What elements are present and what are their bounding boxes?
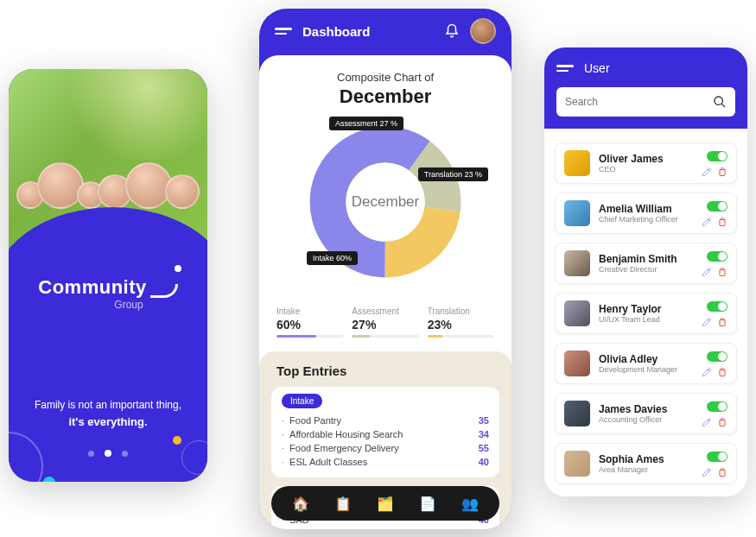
- legend-item: Translation 23%: [428, 306, 494, 338]
- chart-chip-intake: Intake 60%: [307, 251, 358, 265]
- legend-label: Intake: [276, 306, 343, 316]
- active-toggle[interactable]: [707, 201, 727, 212]
- donut-chart: December Assessment 27 % Translation 23 …: [303, 120, 467, 284]
- user-card[interactable]: Henry Taylor UI/UX Team Lead: [555, 293, 737, 334]
- bottom-nav: 🏠 📋 🗂️ 📄 👥: [271, 486, 499, 521]
- user-card[interactable]: James Davies Accounting Officer: [555, 393, 737, 434]
- user-name: Amelia William: [599, 203, 693, 215]
- avatar: [564, 401, 590, 426]
- chart-legend: Intake 60% Assessment 27% Translation 23…: [259, 301, 511, 351]
- entry-row: Food Pantry 35: [282, 414, 489, 427]
- user-card[interactable]: Amelia William Chief Marketing Officer: [555, 193, 737, 234]
- user-avatar[interactable]: [470, 18, 496, 44]
- edit-icon[interactable]: [702, 465, 712, 476]
- user-role: Development Manager: [599, 365, 693, 374]
- delete-icon[interactable]: [717, 215, 727, 225]
- entry-row: Food Emergency Delivery 55: [282, 441, 489, 455]
- active-toggle[interactable]: [707, 301, 727, 312]
- entry-name: Food Emergency Delivery: [289, 443, 479, 453]
- edit-icon[interactable]: [702, 165, 712, 175]
- chart-pretitle: Composite Chart of: [275, 71, 496, 84]
- entry-category-pill: Intake: [282, 394, 322, 408]
- edit-icon[interactable]: [702, 215, 712, 225]
- chart-center-label: December: [352, 193, 419, 211]
- delete-icon[interactable]: [717, 365, 727, 376]
- legend-value: 27%: [352, 318, 418, 332]
- legend-label: Assessment: [352, 306, 418, 316]
- tagline-line2: it's everything.: [9, 414, 207, 432]
- top-entries-title: Top Entries: [271, 363, 499, 378]
- delete-icon[interactable]: [717, 415, 727, 426]
- entry-value: 35: [479, 415, 489, 426]
- decoration-circle: [173, 436, 181, 445]
- tagline: Family is not an important thing, it's e…: [9, 397, 207, 432]
- chart-chip-translation: Translation 23 %: [418, 167, 488, 181]
- page-indicator[interactable]: [9, 445, 207, 460]
- active-toggle[interactable]: [707, 151, 727, 161]
- active-toggle[interactable]: [707, 401, 727, 412]
- user-role: Area Manager: [599, 465, 693, 474]
- menu-icon[interactable]: [275, 28, 292, 35]
- entry-name: ESL Adult Classes: [289, 457, 479, 467]
- user-card[interactable]: Sophia Ames Area Manager: [555, 443, 737, 484]
- user-role: Accounting Officer: [599, 415, 693, 424]
- search-icon[interactable]: [713, 95, 727, 109]
- nav-home-icon[interactable]: 🏠: [291, 494, 310, 513]
- bell-icon[interactable]: [444, 23, 460, 39]
- nav-calendar-icon[interactable]: 📋: [334, 494, 353, 513]
- menu-icon[interactable]: [556, 65, 574, 72]
- edit-icon[interactable]: [702, 415, 712, 426]
- active-toggle[interactable]: [707, 251, 727, 262]
- legend-value: 23%: [428, 318, 494, 332]
- user-name: James Davies: [599, 403, 693, 415]
- edit-icon[interactable]: [702, 365, 712, 376]
- brand-logo: Community Group: [9, 276, 207, 311]
- active-toggle[interactable]: [707, 351, 727, 362]
- chart-chip-assessment: Assessment 27 %: [329, 117, 403, 130]
- nav-card-icon[interactable]: 🗂️: [376, 494, 395, 513]
- legend-item: Assessment 27%: [352, 306, 418, 338]
- avatar: [564, 150, 590, 176]
- users-header: User: [544, 47, 747, 129]
- delete-icon[interactable]: [717, 465, 727, 476]
- page-title: Dashboard: [302, 24, 434, 39]
- delete-icon[interactable]: [717, 315, 727, 325]
- user-name: Benjamin Smith: [599, 253, 693, 265]
- user-card[interactable]: Benjamin Smith Creative Director: [555, 243, 737, 284]
- user-role: Creative Director: [599, 265, 693, 274]
- entry-name: Affordable Housing Search: [289, 429, 479, 439]
- delete-icon[interactable]: [717, 165, 727, 175]
- avatar: [564, 451, 590, 477]
- entry-value: 55: [479, 443, 489, 453]
- user-role: Chief Marketing Officer: [599, 215, 693, 224]
- avatar: [564, 351, 590, 376]
- nav-people-icon[interactable]: 👥: [461, 494, 480, 513]
- user-list: Oliver James CEO Amelia William Chief Ma…: [544, 129, 747, 496]
- entry-name: Food Pantry: [289, 415, 479, 426]
- avatar: [564, 250, 590, 276]
- legend-value: 60%: [276, 318, 343, 332]
- delete-icon[interactable]: [717, 265, 727, 275]
- nav-document-icon[interactable]: 📄: [418, 494, 437, 513]
- user-card[interactable]: Oliver James CEO: [555, 142, 737, 184]
- entry-row: ESL Adult Classes 40: [282, 455, 489, 469]
- entry-row: Affordable Housing Search 34: [282, 427, 489, 441]
- dashboard-screen: Dashboard Composite Chart of December De…: [259, 9, 511, 529]
- legend-item: Intake 60%: [276, 306, 343, 338]
- splash-screen: Community Group Family is not an importa…: [9, 69, 207, 482]
- brand-main: Community: [38, 276, 147, 298]
- search-input[interactable]: [565, 96, 713, 108]
- user-name: Sophia Ames: [599, 453, 693, 465]
- edit-icon[interactable]: [702, 265, 712, 275]
- active-toggle[interactable]: [707, 452, 727, 462]
- users-screen: User Oliver James CEO: [544, 47, 747, 496]
- avatar: [564, 300, 590, 326]
- user-role: UI/UX Team Lead: [599, 315, 693, 324]
- entry-row: MOODY 33: [282, 527, 489, 529]
- edit-icon[interactable]: [702, 315, 712, 325]
- user-card[interactable]: Olivia Adley Development Manager: [555, 343, 737, 384]
- search-box[interactable]: [556, 87, 735, 117]
- avatar: [564, 200, 590, 226]
- dashboard-header: Dashboard: [259, 9, 511, 54]
- user-name: Oliver James: [599, 153, 693, 165]
